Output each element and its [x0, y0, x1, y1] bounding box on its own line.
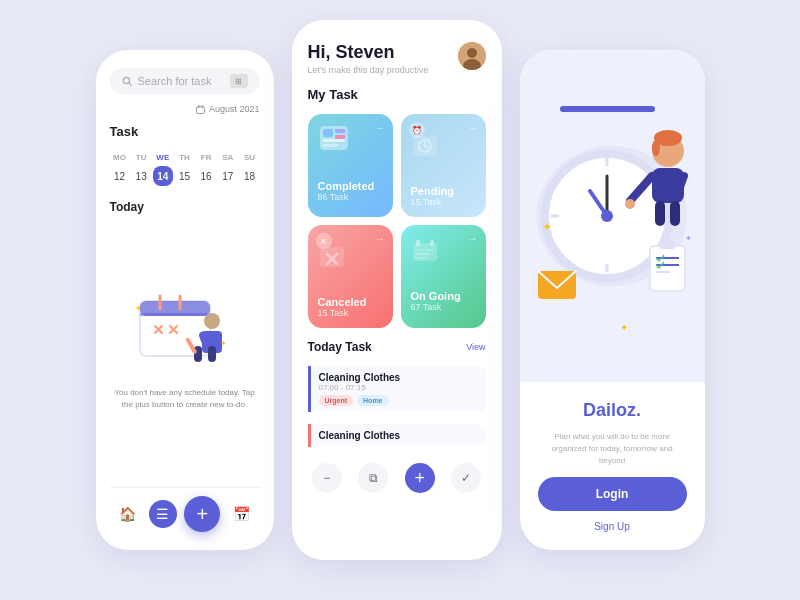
- task-name-2: Cleaning Clothes: [319, 430, 478, 441]
- svg-rect-61: [655, 201, 665, 226]
- signup-link[interactable]: Sign Up: [594, 521, 630, 532]
- nav-add-button[interactable]: +: [184, 496, 220, 532]
- task-count-pending: 15 Task: [411, 197, 476, 207]
- phone-calendar: Search for task ⊞ August 2021 Task MO 12…: [96, 50, 274, 550]
- day-num: 18: [239, 166, 259, 186]
- copy-button[interactable]: ⧉: [358, 463, 388, 493]
- day-col-tu[interactable]: TU 13: [131, 153, 151, 186]
- day-col-we[interactable]: WE 14: [153, 153, 173, 186]
- view-all-link[interactable]: View: [466, 342, 485, 352]
- day-num: 12: [110, 166, 130, 186]
- svg-rect-65: [660, 241, 675, 249]
- user-avatar[interactable]: [458, 42, 486, 70]
- task-label-ongoing: On Going: [411, 290, 476, 302]
- greeting-name: Hi, Steven: [308, 42, 429, 63]
- day-col-fr[interactable]: FR 16: [196, 153, 216, 186]
- day-label: TH: [179, 153, 190, 162]
- task-label-canceled: Canceled: [318, 296, 383, 308]
- svg-rect-18: [208, 346, 216, 362]
- task-card-ongoing[interactable]: → On Going 67 Task: [401, 225, 486, 328]
- svg-rect-26: [323, 129, 333, 137]
- dailoz-illustration: ✦ ✦ ✦: [520, 50, 705, 382]
- nav-calendar-icon[interactable]: 📅: [228, 500, 256, 528]
- day-col-th[interactable]: TH 15: [174, 153, 194, 186]
- task-add-button[interactable]: +: [405, 463, 435, 493]
- nav-list-icon[interactable]: ☰: [149, 500, 177, 528]
- arrow-icon: →: [468, 122, 478, 133]
- day-label: FR: [201, 153, 212, 162]
- arrow-icon: →: [375, 233, 385, 244]
- svg-rect-39: [416, 240, 420, 246]
- task-action-icons: − ⧉ + ✓: [308, 459, 486, 497]
- task-label-completed: Completed: [318, 180, 383, 192]
- svg-text:✦: ✦: [220, 339, 227, 348]
- search-bar[interactable]: Search for task ⊞: [110, 68, 260, 94]
- nav-home-icon[interactable]: 🏠: [113, 500, 141, 528]
- calendar-person-illustration: ✦ ✦: [130, 291, 240, 381]
- bottom-navigation: 🏠 ☰ + 📅: [110, 487, 260, 536]
- day-label: SA: [222, 153, 233, 162]
- calendar-month: August 2021: [209, 104, 260, 114]
- day-num: 17: [218, 166, 238, 186]
- day-label: WE: [156, 153, 169, 162]
- calendar-icon: [196, 105, 205, 114]
- task-label-pending: Pending: [411, 185, 476, 197]
- minus-button[interactable]: −: [312, 463, 342, 493]
- completed-illustration: [318, 124, 350, 152]
- greeting-row: Hi, Steven Let's make this day productiv…: [308, 42, 486, 75]
- svg-point-14: [204, 313, 220, 329]
- day-col-sa[interactable]: SA 17: [218, 153, 238, 186]
- today-label: Today: [110, 200, 260, 214]
- task-section-title: Task: [110, 124, 260, 139]
- task-card-pending[interactable]: ⏰ → Pending 15 Task: [401, 114, 486, 217]
- svg-rect-28: [335, 135, 345, 139]
- task-count-completed: 86 Task: [318, 192, 383, 202]
- svg-rect-30: [323, 144, 338, 147]
- my-task-title: My Task: [308, 87, 486, 102]
- task-item-2[interactable]: Cleaning Clothes: [308, 424, 486, 447]
- svg-text:✦: ✦: [620, 322, 628, 333]
- day-num: 16: [196, 166, 216, 186]
- dailoz-cta: Dailoz. Plan what you will do to be more…: [520, 382, 705, 532]
- empty-state: ✦ ✦ You don't have any schedule today. T…: [110, 224, 260, 477]
- svg-text:✦: ✦: [542, 220, 552, 234]
- svg-text:✦: ✦: [135, 304, 142, 313]
- tag-home: Home: [357, 395, 388, 406]
- svg-rect-27: [335, 129, 345, 133]
- week-days: MO 12 TU 13 WE 14 TH 15 FR 16 SA 17 SU 1…: [110, 153, 260, 186]
- task-item-1[interactable]: Cleaning Clothes 07:00 - 07:15 Urgent Ho…: [308, 366, 486, 412]
- svg-point-53: [601, 210, 613, 222]
- empty-state-text: You don't have any schedule today. Tap t…: [110, 387, 260, 409]
- svg-rect-17: [194, 346, 202, 362]
- svg-rect-29: [323, 139, 345, 142]
- task-card-completed[interactable]: → Completed 86 Task: [308, 114, 393, 217]
- svg-rect-35: [320, 247, 344, 267]
- phone-dailoz: ✦ ✦ ✦ Dailoz. Plan what you will do to b…: [520, 50, 705, 550]
- day-label: MO: [113, 153, 126, 162]
- svg-rect-45: [560, 106, 655, 112]
- svg-rect-2: [197, 106, 205, 113]
- greeting-text: Hi, Steven Let's make this day productiv…: [308, 42, 429, 75]
- task-time-1: 07:00 - 07:15: [319, 383, 478, 392]
- calendar-header: August 2021: [110, 104, 260, 114]
- day-col-mo[interactable]: MO 12: [110, 153, 130, 186]
- phone-tasks: Hi, Steven Let's make this day productiv…: [292, 20, 502, 560]
- day-col-su[interactable]: SU 18: [239, 153, 259, 186]
- svg-point-56: [652, 140, 660, 156]
- search-icon: [122, 76, 132, 86]
- svg-rect-62: [670, 201, 680, 226]
- task-name-1: Cleaning Clothes: [319, 372, 478, 383]
- ongoing-illustration: [411, 239, 439, 263]
- svg-text:✦: ✦: [685, 234, 692, 243]
- task-card-canceled[interactable]: ✕ → Canceled 15 Task: [308, 225, 393, 328]
- check-button[interactable]: ✓: [451, 463, 481, 493]
- app-name: Dailoz: [583, 400, 636, 420]
- task-count-canceled: 15 Task: [318, 308, 383, 318]
- app-tagline: Plan what you will do to be more organiz…: [538, 431, 687, 467]
- svg-rect-64: [650, 246, 685, 291]
- today-task-header: Today Task View: [308, 340, 486, 354]
- login-button[interactable]: Login: [538, 477, 687, 511]
- svg-rect-7: [140, 313, 210, 316]
- day-label: SU: [244, 153, 255, 162]
- svg-line-1: [128, 83, 131, 86]
